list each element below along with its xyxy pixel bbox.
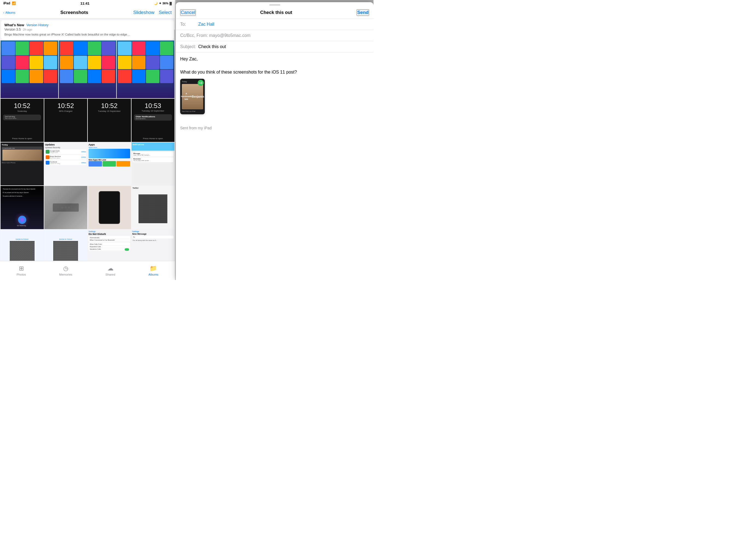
photo-thumb[interactable] [88,186,131,229]
tab-shared[interactable]: ☁ Shared [106,265,115,276]
photos-icon: ⊞ [19,265,24,272]
photo-row-2: 10:52 Yesterday Get full blog Two more i… [1,99,175,142]
today-widget: A handmade tale [2,147,43,161]
siri-orb [18,216,26,224]
qr-settings-label-2: SHOW IN TODAY [59,238,72,240]
attachment-thumbnail[interactable]: Today A handmade tale Benjamin Sent from… [180,79,205,114]
to-label: To: [180,22,197,27]
update-time: 2h ago [23,28,32,31]
apps-store-title: Apps [88,143,130,146]
photo-grid: What's New Version History Version 3.5 2… [0,19,175,261]
qr-title: Twitter [133,187,138,189]
dnd-toggle-row: Vacations Calls [89,248,130,251]
lock-date-2: 96% Charged [59,110,73,112]
photo-thumb[interactable]: Settings Do Not Disturb Automatically Wh… [88,230,131,261]
nav-title: Screenshots [60,10,88,15]
tab-albums[interactable]: 📁 Albums [149,265,159,276]
qr-screen: Twitter [131,186,175,229]
sent-from: Sent from my iPad [180,125,369,131]
tab-albums-label: Albums [149,273,159,276]
qr-settings-label: SHOW IN TODAY [16,238,29,240]
nav-bar: ‹ Albums Screenshots Slideshow Select [0,6,175,19]
notif-card: Older Notifications Several items... [134,114,172,121]
body-question: What do you think of these screenshots f… [180,69,369,75]
photo-thumb[interactable]: 10:53 Tuesday 19 September Older Notific… [131,99,175,142]
bottom-tabs: ⊞ Photos ◷ Memories ☁ Shared 📁 Albums [0,261,175,280]
send-button[interactable]: Send [357,9,369,16]
cancel-button[interactable]: Cancel [180,9,196,16]
photo-thumb[interactable]: Apps Apple Store New Apps We Love [88,143,131,186]
settings-label-2: Settings [132,230,174,232]
translate-text: Translate the cat jumped over the lazy d… [3,188,42,197]
albums-icon: 📁 [150,265,157,272]
wifi-icon: 📶 [12,1,16,5]
compose-body[interactable]: Hey Zac, What do you think of these scre… [176,52,374,280]
moon-icon: 🌙 [154,2,158,5]
photo-thumb[interactable]: Twitter [131,186,175,229]
dnd-section: Automatically When Connected to Car Blue… [88,236,130,242]
subject-value: Check this out [198,44,226,49]
lock-time: 10:52 [14,102,30,110]
dnd-section-2: Allow Calls From Repeated Calls Vacation… [88,243,130,251]
photo-thumb[interactable]: Updates Updated Recently Google EarthGoo… [44,143,87,186]
apple-store-label: Apple Store [88,147,130,148]
apps-section-title: New Apps We Love [88,159,130,161]
lock-bottom: Press Home to open [12,137,32,142]
tab-photos[interactable]: ⊞ Photos [17,265,26,276]
back-button[interactable]: ‹ Albums [3,11,15,14]
whats-new-desc: Bingo Machine now looks great on iPhone … [4,32,130,36]
photo-thumb[interactable]: SHOW IN TODAY Activate [1,230,44,261]
compose-sheet: Cancel Check this out Send To: Zac Hall … [176,2,374,280]
update-row: Google EarthGoogle Earth... OPEN [45,149,87,154]
scroll-track[interactable] [174,19,175,261]
photo-row-5: SHOW IN TODAY Activate SHOW IN TODAY Act… [1,230,175,261]
today-footer: Show more iPhone [2,162,43,163]
photo-thumb[interactable]: Translate the cat jumped over the lazy d… [1,186,44,229]
today-label: Today [2,144,43,146]
back-label: Albums [5,11,16,14]
battery-icon: ▓ [170,2,172,5]
nav-actions: Slideshow Select [133,10,172,15]
dnd-header: Do Not Disturb [88,233,130,235]
subject-field[interactable]: Subject: Check this out [176,41,374,52]
battery-percent: 36% [162,2,169,5]
slideshow-button[interactable]: Slideshow [133,10,154,15]
photo-thumb[interactable]: Settings New Message To: For all along w… [131,230,175,261]
photo-thumb[interactable] [59,41,117,98]
status-right: 🌙 ✦ 36% ▓ [154,2,172,5]
to-field[interactable]: To: Zac Hall [176,19,374,30]
cc-bcc-field[interactable]: Cc/Bcc, From: mayo@9to5mac.com [176,30,374,41]
select-button[interactable]: Select [159,10,172,15]
status-time: 11:41 [80,1,89,5]
attachment-badge: +3 [198,80,204,86]
lock-date: Yesterday [17,110,27,112]
photo-thumb[interactable]: 10:52 Yesterday Get full blog Two more i… [1,99,44,142]
metal-dots [53,203,79,212]
version-history[interactable]: Version History [26,23,48,27]
photo-thumb[interactable]: 10:52 Tuesday 19 September [88,99,131,142]
body-greeting: Hey Zac, [180,56,369,62]
qr-small-2 [53,241,78,261]
lock-bottom-notif: Press Home to open [143,137,163,142]
phone-device [99,191,120,224]
photo-thumb[interactable] [117,41,175,98]
newmsg-header: New Message [132,233,174,235]
apps-featured-banner [88,149,130,158]
whats-new-banner: What's New Version History Version 3.5 2… [1,20,174,40]
photo-thumb[interactable]: SHOW IN TODAY Activate [44,230,87,261]
bluetooth-icon: ✦ [159,2,161,5]
dnd-bluetooth: When Connected to Car Bluetooth [89,239,130,241]
qr-small [10,241,34,261]
tab-memories[interactable]: ◷ Memories [59,265,72,276]
photo-thumb[interactable] [1,41,58,98]
qr-settings: SHOW IN TODAY Activate [1,230,44,261]
photo-thumb[interactable] [44,186,87,229]
cc-bcc-value: Cc/Bcc, From: mayo@9to5mac.com [180,33,251,38]
photo-thumb[interactable]: Today A handmade tale Show more iPhone [1,143,44,186]
tab-photos-label: Photos [17,273,26,276]
lock-time-2: 10:52 [57,102,74,110]
newmsg-to: To: [132,236,174,238]
photo-thumb[interactable]: Notifications Message Just 758 of Mr Jum… [131,143,175,186]
photo-thumb[interactable]: 10:52 96% Charged [44,99,87,142]
status-bar: iPad 📶 11:41 🌙 ✦ 36% ▓ [0,0,175,6]
